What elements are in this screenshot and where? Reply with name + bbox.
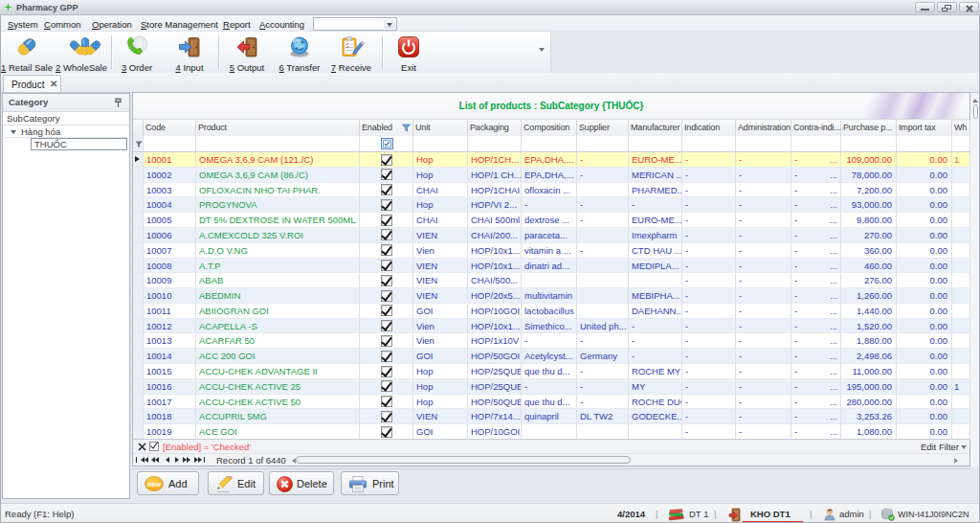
svg-text:new: new	[147, 480, 163, 489]
